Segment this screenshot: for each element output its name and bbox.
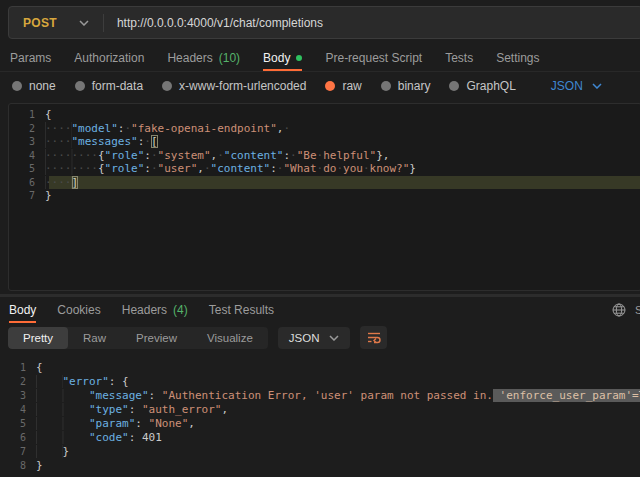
body-type-label: x-www-form-urlencoded bbox=[179, 79, 306, 93]
tab-count-badge: (4) bbox=[173, 303, 188, 317]
code-line[interactable]: 2 "error": { bbox=[0, 375, 640, 389]
tab-label: Body bbox=[263, 51, 290, 65]
body-type-binary[interactable]: binary bbox=[381, 79, 431, 93]
method-selector[interactable]: POST bbox=[9, 7, 103, 38]
response-language-label: JSON bbox=[289, 332, 320, 344]
line-number: 3 bbox=[9, 135, 45, 149]
view-pretty[interactable]: Pretty bbox=[8, 327, 68, 349]
chevron-down-icon bbox=[329, 335, 339, 341]
body-type-label: GraphQL bbox=[466, 79, 515, 93]
code-text: ····"messages":·[ bbox=[45, 135, 158, 149]
view-visualize[interactable]: Visualize bbox=[192, 327, 268, 349]
line-number: 6 bbox=[0, 431, 36, 445]
line-number: 4 bbox=[9, 149, 45, 163]
body-type-row: noneform-datax-www-form-urlencodedrawbin… bbox=[0, 72, 640, 99]
body-type-form-data[interactable]: form-data bbox=[75, 79, 143, 93]
tab-label: Tests bbox=[445, 51, 473, 65]
radio-icon bbox=[381, 81, 391, 91]
line-number: 8 bbox=[0, 459, 36, 473]
response-tab-test-results[interactable]: Test Results bbox=[209, 297, 274, 323]
tab-label: Test Results bbox=[209, 303, 274, 317]
body-type-label: binary bbox=[398, 79, 431, 93]
code-line[interactable]: 7} bbox=[9, 189, 640, 203]
body-language-label: JSON bbox=[551, 79, 583, 93]
code-line[interactable]: 3····"messages":·[ bbox=[9, 135, 640, 149]
tab-label: Params bbox=[10, 51, 51, 65]
tab-body[interactable]: Body bbox=[263, 45, 302, 71]
line-number: 2 bbox=[0, 375, 36, 389]
body-type-label: form-data bbox=[92, 79, 143, 93]
tab-label: Pre-request Script bbox=[325, 51, 422, 65]
body-type-x-www-form-urlencoded[interactable]: x-www-form-urlencoded bbox=[162, 79, 306, 93]
code-line[interactable]: 6 "code": 401 bbox=[0, 431, 640, 445]
code-line[interactable]: 8} bbox=[0, 459, 640, 473]
code-line[interactable]: 5 "param": "None", bbox=[0, 417, 640, 431]
code-line[interactable]: 3 "message": "Authentication Error, 'use… bbox=[0, 389, 640, 403]
wrap-text-button[interactable] bbox=[360, 326, 387, 349]
response-language-select[interactable]: JSON bbox=[278, 327, 351, 349]
method-label: POST bbox=[23, 16, 57, 30]
radio-icon bbox=[449, 81, 459, 91]
code-text: } bbox=[45, 189, 52, 203]
body-type-label: raw bbox=[342, 79, 361, 93]
code-text: "type": "auth_error", bbox=[36, 403, 228, 417]
radio-icon bbox=[325, 81, 335, 91]
tab-count-badge: (10) bbox=[219, 51, 240, 65]
tab-headers[interactable]: Headers(10) bbox=[167, 45, 240, 71]
code-line[interactable]: 6····] bbox=[9, 176, 640, 190]
code-text: ····"model":·"fake-openai-endpoint",· bbox=[45, 122, 290, 136]
line-number: 1 bbox=[0, 361, 36, 375]
response-body-editor[interactable]: 1{2 "error": {3 "message": "Authenticati… bbox=[0, 355, 640, 473]
response-tab-body[interactable]: Body bbox=[9, 297, 36, 323]
clipped-status-text: S bbox=[635, 304, 640, 316]
code-line[interactable]: 2····"model":·"fake-openai-endpoint",· bbox=[9, 122, 640, 136]
tab-label: Settings bbox=[496, 51, 539, 65]
tab-pre-request-script[interactable]: Pre-request Script bbox=[325, 45, 422, 71]
code-text: ········{"role":·"user",·"content":·"Wha… bbox=[45, 162, 416, 176]
code-line[interactable]: 4 "type": "auth_error", bbox=[0, 403, 640, 417]
radio-icon bbox=[12, 81, 22, 91]
code-line[interactable]: 1{ bbox=[0, 361, 640, 375]
line-number: 1 bbox=[9, 108, 45, 122]
tab-params[interactable]: Params bbox=[10, 45, 51, 71]
wrap-text-icon bbox=[367, 331, 381, 344]
view-preview[interactable]: Preview bbox=[121, 327, 192, 349]
tab-tests[interactable]: Tests bbox=[445, 45, 473, 71]
request-tabs: ParamsAuthorizationHeaders(10)BodyPre-re… bbox=[0, 45, 640, 72]
tab-label: Authorization bbox=[74, 51, 144, 65]
code-text: ········{"role":·"system",·"content":·"B… bbox=[45, 149, 389, 163]
code-line[interactable]: 5········{"role":·"user",·"content":·"Wh… bbox=[9, 162, 640, 176]
line-number: 5 bbox=[9, 162, 45, 176]
line-number: 4 bbox=[0, 403, 36, 417]
response-toolbar: PrettyRawPreviewVisualize JSON bbox=[0, 323, 640, 355]
radio-icon bbox=[162, 81, 172, 91]
line-number: 3 bbox=[0, 389, 36, 403]
code-text: "message": "Authentication Error, 'user'… bbox=[36, 389, 640, 403]
request-body-editor[interactable]: 1{2····"model":·"fake-openai-endpoint",·… bbox=[8, 103, 640, 291]
tab-label: Cookies bbox=[57, 303, 100, 317]
response-tab-cookies[interactable]: Cookies bbox=[57, 297, 100, 323]
code-text: "code": 401 bbox=[36, 431, 162, 445]
line-number: 7 bbox=[9, 189, 45, 203]
body-type-none[interactable]: none bbox=[12, 79, 56, 93]
body-type-graphql[interactable]: GraphQL bbox=[449, 79, 515, 93]
url-bar: POST http://0.0.0.0:4000/v1/chat/complet… bbox=[8, 6, 640, 39]
tab-settings[interactable]: Settings bbox=[496, 45, 539, 71]
view-raw[interactable]: Raw bbox=[68, 327, 121, 349]
response-view-switcher: PrettyRawPreviewVisualize bbox=[8, 327, 268, 349]
url-input[interactable]: http://0.0.0.0:4000/v1/chat/completions bbox=[104, 16, 323, 30]
code-line[interactable]: 7 } bbox=[0, 445, 640, 459]
code-text: ····] bbox=[45, 176, 78, 190]
body-modified-dot-icon bbox=[296, 55, 302, 61]
response-meta-right: S bbox=[612, 297, 640, 323]
body-language-select[interactable]: JSON bbox=[551, 79, 602, 93]
code-line[interactable]: 1{ bbox=[9, 108, 640, 122]
code-line[interactable]: 4········{"role":·"system",·"content":·"… bbox=[9, 149, 640, 163]
chevron-down-icon bbox=[592, 83, 602, 89]
tab-label: Headers bbox=[122, 303, 167, 317]
body-type-raw[interactable]: raw bbox=[325, 79, 361, 93]
code-text: { bbox=[45, 108, 52, 122]
line-number: 6 bbox=[9, 176, 45, 190]
response-tab-headers[interactable]: Headers(4) bbox=[122, 297, 188, 323]
tab-authorization[interactable]: Authorization bbox=[74, 45, 144, 71]
